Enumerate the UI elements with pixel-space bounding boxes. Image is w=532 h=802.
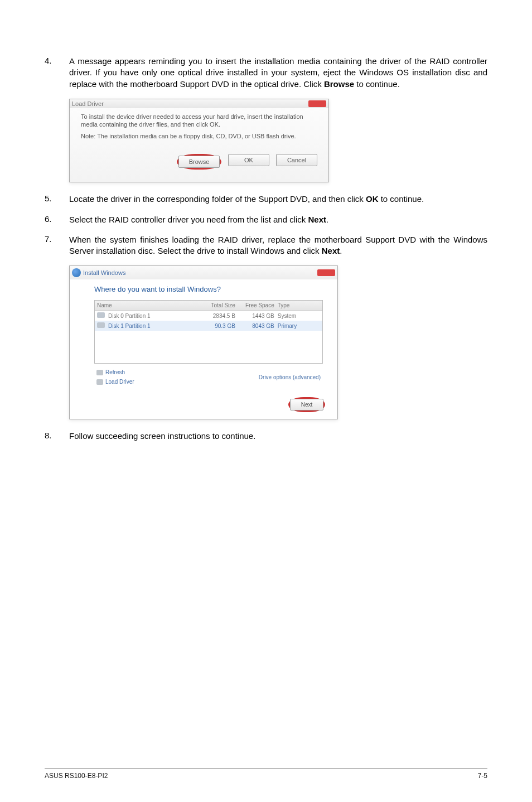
load-driver-title: Load Driver <box>72 100 104 107</box>
install-heading: Where do you want to install Windows? <box>94 285 323 293</box>
refresh-link[interactable]: Refresh <box>96 369 134 375</box>
footer-left: ASUS RS100-E8-PI2 <box>45 772 108 780</box>
step-num-8: 8. <box>45 431 69 442</box>
header-free[interactable]: Free Space <box>235 302 274 308</box>
row0-type: System <box>274 313 320 319</box>
step4-text-a: A message appears reminding you to inser… <box>69 56 487 89</box>
step4-text-b: to continue. <box>354 79 400 89</box>
row1-size: 90.3 GB <box>196 323 235 329</box>
row1-type: Primary <box>274 323 320 329</box>
highlight-circle-next: Next <box>288 397 325 412</box>
header-size[interactable]: Total Size <box>196 302 235 308</box>
row1-free: 8043 GB <box>235 323 274 329</box>
disk-row-0[interactable]: Disk 0 Partition 1 2834.5 B 1443 GB Syst… <box>95 311 322 321</box>
disk-list-pane: Name Total Size Free Space Type Disk 0 P… <box>94 300 323 364</box>
step-num-4: 4. <box>45 56 69 90</box>
step5-bold: OK <box>366 194 379 204</box>
install-windows-dialog: Install Windows Where do you want to ins… <box>69 265 338 419</box>
step7-bold: Next <box>322 246 340 255</box>
step6-bold: Next <box>308 215 327 224</box>
load-driver-line2: Note: The installation media can be a fl… <box>81 133 317 139</box>
step-text-6: Select the RAID controller driver you ne… <box>69 214 487 225</box>
disk-icon <box>97 322 105 328</box>
footer-right: 7-5 <box>478 772 487 780</box>
step-num-5: 5. <box>45 194 69 205</box>
row1-name: Disk 1 Partition 1 <box>108 323 151 329</box>
refresh-icon <box>96 370 103 375</box>
step7-text-a: When the system finishes loading the RAI… <box>69 235 487 255</box>
disk-row-1[interactable]: Disk 1 Partition 1 90.3 GB 8043 GB Prima… <box>95 321 322 331</box>
browse-button[interactable]: Browse <box>178 156 220 168</box>
step5-text-a: Locate the driver in the corresponding f… <box>69 194 366 204</box>
close-icon[interactable] <box>308 100 326 107</box>
install-tabtitle: Install Windows <box>83 269 125 276</box>
step4-bold: Browse <box>324 79 354 89</box>
back-icon[interactable] <box>72 268 81 277</box>
row0-free: 1443 GB <box>235 313 274 319</box>
step5-text-b: to continue. <box>378 194 424 204</box>
close-icon[interactable] <box>317 269 335 276</box>
load-driver-line1: To install the device driver needed to a… <box>81 113 317 129</box>
load-icon <box>96 379 103 385</box>
step-text-5: Locate the driver in the corresponding f… <box>69 194 487 205</box>
step6-text-a: Select the RAID controller driver you ne… <box>69 215 308 224</box>
row0-name: Disk 0 Partition 1 <box>108 313 151 319</box>
load-driver-titlebar: Load Driver <box>70 99 328 108</box>
step7-text-b: . <box>340 246 342 255</box>
load-driver-link[interactable]: Load Driver <box>96 379 134 385</box>
step-text-7: When the system finishes loading the RAI… <box>69 234 487 257</box>
header-name[interactable]: Name <box>97 302 196 308</box>
load-label: Load Driver <box>105 379 134 385</box>
ok-button[interactable]: OK <box>228 154 269 166</box>
next-button[interactable]: Next <box>290 399 323 410</box>
step-text-4: A message appears reminding you to inser… <box>69 56 487 90</box>
step-num-6: 6. <box>45 214 69 225</box>
drive-options-link[interactable]: Drive options (advanced) <box>259 369 321 385</box>
cancel-button[interactable]: Cancel <box>276 154 317 166</box>
header-type[interactable]: Type <box>274 302 320 308</box>
step-text-8: Follow succeeding screen instructions to… <box>69 431 487 442</box>
install-topbar: Install Windows <box>70 266 337 279</box>
advanced-label: Drive options (advanced) <box>259 374 321 380</box>
disk-icon <box>97 312 105 318</box>
step8-text-a: Follow succeeding screen instructions to… <box>69 431 255 441</box>
row0-size: 2834.5 B <box>196 313 235 319</box>
load-driver-dialog: Load Driver To install the device driver… <box>69 99 329 183</box>
step-num-7: 7. <box>45 234 69 257</box>
highlight-circle-browse: Browse <box>177 154 221 170</box>
refresh-label: Refresh <box>105 369 125 375</box>
step6-text-b: . <box>326 215 328 224</box>
